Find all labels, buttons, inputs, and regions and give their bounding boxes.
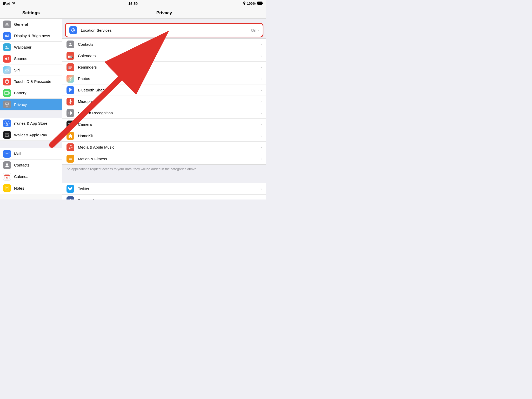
location-services-value: On [251, 28, 256, 32]
privacy-item-bluetooth[interactable]: Bluetooth Sharing › [62, 84, 266, 96]
privacy-item-motion[interactable]: Motion & Fitness › [62, 153, 266, 164]
speech-chevron: › [261, 111, 262, 115]
bluetooth-chevron: › [261, 88, 262, 92]
calendars-chevron: › [261, 54, 262, 58]
sidebar-title: Settings [22, 10, 40, 16]
sidebar-item-display[interactable]: AA Display & Brightness [0, 30, 62, 42]
svg-point-37 [68, 66, 69, 66]
camera-chevron: › [261, 122, 262, 127]
svg-rect-9 [9, 92, 10, 94]
motion-chevron: › [261, 157, 262, 161]
display-icon: AA [3, 32, 11, 40]
wifi-icon [12, 2, 16, 5]
privacy-item-contacts[interactable]: Contacts › [62, 39, 266, 50]
sidebar-section-1: General AA Display & Brightness Wallpape… [0, 19, 62, 110]
privacy-item-reminders[interactable]: Reminders › [62, 62, 266, 73]
homekit-icon [66, 132, 74, 140]
svg-text:CAL: CAL [69, 56, 73, 58]
sidebar-item-wallet[interactable]: Wallet & Apple Pay [0, 129, 62, 141]
svg-rect-52 [69, 112, 69, 114]
bluetooth-icon [243, 1, 245, 6]
touchid-label: Touch ID & Passcode [14, 79, 51, 84]
sidebar-item-contacts[interactable]: Contacts [0, 159, 62, 171]
calendars-label: Calendars [78, 54, 261, 58]
sidebar-item-sounds[interactable]: Sounds [0, 53, 62, 64]
mail-icon [3, 150, 11, 158]
privacy-item-speech[interactable]: Speech Recognition › [62, 107, 266, 119]
sidebar-section-3: Mail Contacts 31 Calendar Notes [0, 148, 62, 194]
location-icon [69, 26, 77, 34]
status-right: 100% [243, 1, 263, 6]
svg-point-41 [70, 77, 71, 77]
facebook-chevron: › [261, 198, 262, 200]
privacy-item-homekit[interactable]: HomeKit › [62, 130, 266, 142]
sidebar-item-touchid[interactable]: Touch ID & Passcode [0, 76, 62, 87]
reminders-icon [66, 63, 74, 71]
svg-point-4 [6, 46, 7, 47]
motion-label: Motion & Fitness [78, 157, 261, 161]
location-services-highlighted[interactable]: Location Services On › [65, 23, 263, 37]
facebook-label: Facebook [78, 198, 261, 200]
sidebar-item-itunes[interactable]: A iTunes & App Store [0, 118, 62, 129]
sidebar-header: Settings [0, 7, 62, 19]
sidebar-item-calendar[interactable]: 31 Calendar [0, 171, 62, 182]
privacy-item-photos[interactable]: Photos › [62, 73, 266, 84]
general-icon [3, 21, 11, 28]
itunes-label: iTunes & App Store [14, 121, 48, 125]
photos-label: Photos [78, 76, 261, 81]
sounds-icon [3, 55, 11, 63]
location-services-row[interactable]: Location Services On › [66, 24, 263, 37]
notes-icon [3, 184, 11, 192]
battery-label-sidebar: Battery [14, 91, 26, 95]
sidebar-item-wallpaper[interactable]: Wallpaper [0, 42, 62, 53]
right-header: Privacy [62, 7, 266, 19]
privacy-item-media[interactable]: Media & Apple Music › [62, 142, 266, 153]
sidebar-item-general[interactable]: General [0, 19, 62, 30]
battery-icon [257, 2, 263, 5]
privacy-label: Privacy [14, 102, 27, 107]
mail-label: Mail [14, 151, 21, 156]
bluetooth-label: Bluetooth Sharing [78, 88, 261, 92]
svg-point-6 [7, 70, 8, 70]
battery-label: 100% [247, 2, 256, 5]
svg-text:A: A [6, 122, 8, 125]
svg-rect-18 [5, 152, 9, 155]
calendar-label: Calendar [14, 174, 30, 179]
privacy-list: Contacts › CAL Calendars › Reminders › [62, 38, 266, 165]
sidebar-item-mail[interactable]: Mail [0, 148, 62, 159]
svg-rect-14 [5, 134, 9, 135]
contacts-icon [3, 161, 11, 169]
sidebar-item-privacy[interactable]: Privacy [0, 99, 62, 110]
privacy-item-twitter[interactable]: Twitter › [62, 183, 266, 195]
svg-point-46 [71, 77, 72, 78]
sidebar-item-siri[interactable]: Siri [0, 64, 62, 76]
media-label: Media & Apple Music [78, 145, 261, 149]
itunes-icon: A [3, 119, 11, 127]
battery-sidebar-icon [3, 89, 11, 97]
svg-point-43 [69, 78, 69, 79]
speech-label: Speech Recognition [78, 111, 261, 115]
speech-icon [66, 109, 74, 117]
privacy-item-calendars[interactable]: CAL Calendars › [62, 50, 266, 62]
touchid-icon [3, 78, 11, 85]
twitter-chevron: › [261, 187, 262, 191]
photos-chevron: › [261, 77, 262, 81]
sidebar-item-notes[interactable]: Notes [0, 182, 62, 194]
svg-point-57 [70, 124, 71, 125]
media-icon [66, 143, 74, 151]
wallpaper-icon [3, 43, 11, 51]
camera-icon [66, 121, 74, 128]
privacy-item-camera[interactable]: Camera › [62, 119, 266, 130]
right-panel: Privacy Location Services On › Contacts … [62, 7, 266, 200]
footer-note: As applications request access to your d… [62, 165, 266, 176]
svg-rect-17 [5, 136, 7, 136]
privacy-item-facebook[interactable]: Facebook › [62, 195, 266, 200]
microphone-chevron: › [261, 99, 262, 104]
svg-point-28 [73, 30, 74, 31]
privacy-item-microphone[interactable]: Microphone › [62, 96, 266, 107]
twitter-icon [66, 185, 74, 193]
svg-point-47 [69, 79, 69, 80]
svg-rect-49 [70, 99, 71, 102]
svg-point-38 [68, 67, 69, 68]
sidebar-item-battery[interactable]: Battery [0, 87, 62, 99]
